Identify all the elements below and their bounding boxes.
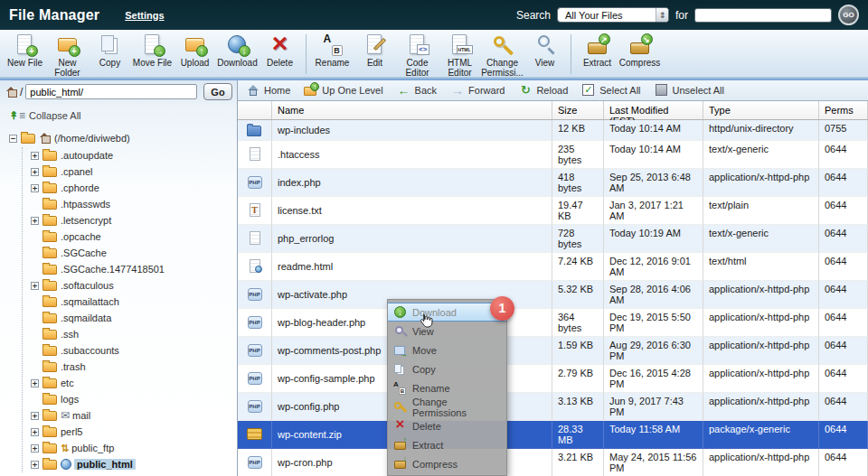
nav-button[interactable]: Up One Level: [304, 83, 382, 98]
tree-item[interactable]: logs: [31, 391, 237, 407]
table-row[interactable]: .htaccess 235 bytes Today 10:14 AM text/…: [238, 141, 868, 169]
tree-item[interactable]: .letsencrypt: [31, 212, 237, 229]
file-modified: Sep 28, 2016 4:06 AM: [604, 281, 703, 309]
file-modified: Aug 29, 2016 6:30 PM: [604, 337, 703, 365]
context-menu-item[interactable]: Extract: [388, 435, 506, 454]
tree-item[interactable]: .cphorde: [31, 180, 237, 196]
context-menu-item[interactable]: Compress: [388, 454, 506, 473]
toolbar-button[interactable]: Delete: [259, 33, 301, 68]
context-menu-item[interactable]: Delete: [388, 416, 506, 435]
table-row[interactable]: readme.html 7.24 KB Dec 12, 2016 9:01 AM…: [238, 253, 868, 281]
toolbar-button-label: Extract: [583, 58, 611, 68]
expand-box-icon[interactable]: [31, 168, 39, 176]
column-header-modified[interactable]: Last Modified (EST): [604, 101, 703, 119]
path-go-button[interactable]: Go: [203, 83, 232, 100]
toolbar-button[interactable]: HTML Editor: [439, 33, 481, 78]
toolbar-button[interactable]: Move File: [131, 33, 174, 68]
nav-button[interactable]: Back: [397, 83, 437, 98]
toolbar-button[interactable]: View: [524, 33, 566, 68]
file-table: Name Size Last Modified (EST) Type Perms…: [238, 100, 868, 476]
up-one-level-icon: [304, 83, 318, 98]
context-menu-item[interactable]: Download: [388, 303, 506, 322]
expand-box-icon[interactable]: [31, 152, 39, 160]
table-row[interactable]: wp-config.php 3.13 KB Jun 9, 2017 7:43 P…: [238, 393, 868, 421]
generic-icon: [247, 147, 263, 162]
nav-button[interactable]: Forward: [450, 83, 505, 98]
tree-item[interactable]: .SGCache.1477418501: [31, 261, 237, 277]
tree-item[interactable]: .opcache: [31, 229, 237, 245]
expand-box-icon[interactable]: [31, 428, 39, 436]
tree-item[interactable]: .autoupdate: [31, 147, 237, 163]
settings-link[interactable]: Settings: [125, 10, 164, 21]
column-header-size[interactable]: Size: [552, 101, 604, 119]
column-header-perms[interactable]: Perms: [819, 101, 868, 119]
upload-icon: [183, 33, 208, 58]
nav-button[interactable]: Unselect All: [655, 83, 724, 98]
tree-item[interactable]: .htpasswds: [31, 196, 237, 212]
tree-item[interactable]: .subaccounts: [31, 342, 237, 359]
toolbar-button[interactable]: Copy: [89, 33, 131, 68]
nav-button[interactable]: Home: [246, 83, 290, 98]
expand-box-icon[interactable]: [31, 412, 39, 420]
toolbar-button[interactable]: Rename: [311, 33, 354, 74]
tree-item[interactable]: public_html: [31, 456, 237, 472]
toolbar-button[interactable]: New File: [4, 33, 46, 68]
table-row[interactable]: wp-config-sample.php 2.79 KB Dec 16, 201…: [238, 365, 868, 393]
tree-item[interactable]: .ssh: [31, 326, 237, 342]
tree-item[interactable]: etc: [31, 375, 237, 391]
path-input[interactable]: [25, 84, 197, 99]
file-modified: Jun 9, 2017 7:43 PM: [604, 393, 703, 421]
tree-item[interactable]: .softaculous: [31, 277, 237, 294]
tree-item[interactable]: perl5: [31, 424, 237, 440]
context-menu-item[interactable]: Copy: [388, 359, 506, 378]
expand-box-icon[interactable]: [31, 217, 39, 225]
context-menu-item[interactable]: Change Permissions: [388, 397, 506, 416]
tree-item[interactable]: .sqmailattach: [31, 294, 237, 310]
table-row[interactable]: wp-cron.php 3.21 KB May 24, 2015 11:56 P…: [238, 449, 868, 476]
tree-item[interactable]: mail: [31, 407, 237, 424]
table-row[interactable]: license.txt 19.47 KB Jan 3, 2017 1:21 AM…: [238, 197, 868, 225]
nav-button[interactable]: Select All: [581, 83, 640, 98]
toolbar-button[interactable]: Change Permissi...: [481, 33, 524, 78]
tree-children: .autoupdate .cpanel: [22, 147, 237, 472]
tree-item[interactable]: public_ftp: [31, 440, 237, 456]
toolbar-button[interactable]: Edit: [354, 33, 396, 68]
search-input[interactable]: [694, 8, 832, 23]
toolbar-button[interactable]: Download: [216, 33, 259, 68]
search-go-button[interactable]: GO: [838, 5, 859, 25]
table-row[interactable]: wp-includes 12 KB Today 10:14 AM httpd/u…: [238, 120, 868, 141]
expand-box-icon[interactable]: [31, 379, 39, 387]
context-menu-item[interactable]: Rename: [388, 378, 506, 397]
toolbar-button[interactable]: Upload: [174, 33, 216, 68]
toolbar-button[interactable]: Code Editor: [396, 33, 439, 78]
context-menu-item-label: Delete: [412, 421, 441, 432]
expand-box-icon[interactable]: [31, 184, 39, 192]
tree-item[interactable]: .trash: [31, 359, 237, 375]
table-row[interactable]: wp-content.zip 28.33 MB Today 11:58 AM p…: [238, 421, 868, 449]
nav-button[interactable]: Reload: [518, 83, 568, 98]
collapse-box-icon[interactable]: [9, 135, 17, 143]
table-row[interactable]: wp-activate.php 5.32 KB Sep 28, 2016 4:0…: [238, 281, 868, 309]
column-header-type[interactable]: Type: [703, 101, 819, 119]
search-scope-select[interactable]: All Your Files ⇕: [557, 7, 669, 23]
expand-box-icon[interactable]: [31, 461, 39, 469]
table-row[interactable]: wp-blog-header.php 364 bytes Dec 19, 201…: [238, 309, 868, 337]
tree-root-home[interactable]: (/home/diviwebd): [9, 130, 237, 146]
context-menu-item[interactable]: View: [388, 322, 506, 341]
tree-item[interactable]: .sqmaildata: [31, 310, 237, 326]
toolbar-button[interactable]: Extract: [576, 33, 618, 74]
zip-icon: [247, 427, 263, 442]
expand-box-icon[interactable]: [31, 444, 39, 453]
context-menu-item[interactable]: Move: [388, 341, 506, 359]
expand-box-icon[interactable]: [31, 282, 39, 290]
tree-item[interactable]: .SGCache: [31, 245, 237, 261]
tree-item-label: .opcache: [61, 231, 101, 242]
table-row[interactable]: php_errorlog 728 bytes Today 10:19 AM te…: [238, 225, 868, 253]
tree-item[interactable]: .cpanel: [31, 163, 237, 180]
toolbar-button[interactable]: Compress: [618, 33, 661, 68]
table-row[interactable]: index.php 418 bytes Sep 25, 2013 6:48 AM…: [238, 169, 868, 197]
table-row[interactable]: wp-comments-post.php 1.59 KB Aug 29, 201…: [238, 337, 868, 365]
column-header-name[interactable]: Name: [272, 101, 552, 119]
toolbar-button[interactable]: New Folder: [46, 33, 89, 78]
collapse-all-button[interactable]: Collapse All: [9, 109, 237, 122]
